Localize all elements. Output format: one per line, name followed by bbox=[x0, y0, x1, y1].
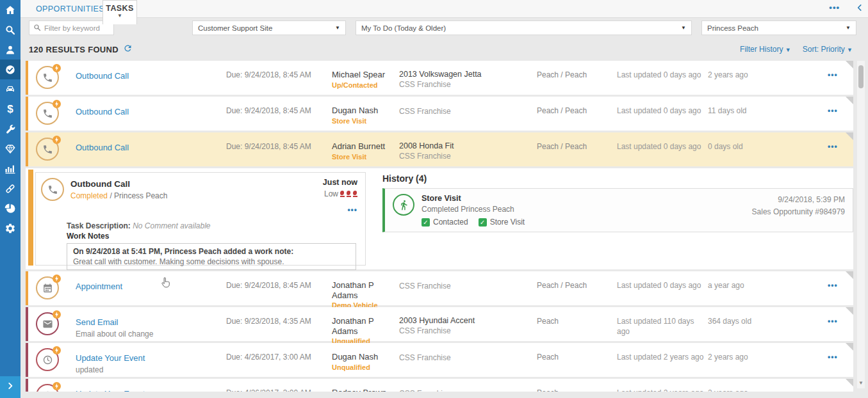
row-menu-button[interactable]: ••• bbox=[828, 142, 838, 151]
sort-button[interactable]: Sort: Priority ▼ bbox=[803, 45, 853, 54]
user-select[interactable]: Princess Peach▼ bbox=[701, 20, 856, 35]
row-menu-button[interactable]: ••• bbox=[828, 353, 838, 362]
inventory-icon[interactable] bbox=[0, 79, 20, 99]
task-title-link[interactable]: Update Your Event bbox=[76, 353, 145, 363]
contacts-icon[interactable] bbox=[0, 40, 20, 60]
scrollbar-thumb[interactable] bbox=[858, 65, 864, 88]
priority-badge bbox=[53, 64, 61, 72]
task-title-link[interactable]: Update Your Event bbox=[76, 389, 145, 392]
search-icon[interactable] bbox=[0, 20, 20, 40]
keyword-input[interactable] bbox=[44, 24, 110, 32]
task-title-link[interactable]: Outbound Call bbox=[76, 143, 129, 152]
reports-icon[interactable] bbox=[0, 159, 20, 179]
priority-badge bbox=[53, 136, 61, 144]
priority-badge bbox=[53, 346, 61, 354]
history-reference: Sales Opportunity #984979 bbox=[752, 206, 845, 218]
topbar: OPPORTUNITIES ••• bbox=[20, 0, 868, 18]
priority-indicator: Low bbox=[323, 189, 357, 198]
salesperson-pair: Peach / Peach bbox=[537, 97, 617, 115]
home-icon[interactable] bbox=[0, 0, 20, 20]
collapse-panel-button[interactable] bbox=[855, 3, 864, 15]
priority-badge bbox=[53, 310, 61, 319]
franchise-label: CSS Franchise bbox=[399, 107, 537, 116]
task-age: 364 days old bbox=[708, 307, 828, 326]
store-visit-checkbox[interactable]: ✓Store Visit bbox=[479, 218, 525, 227]
sidebar: $ bbox=[0, 0, 20, 398]
vertical-scrollbar[interactable]: ▼ bbox=[857, 61, 865, 388]
customer-name: Dugan Nash bbox=[332, 106, 399, 116]
row-menu-button[interactable]: ••• bbox=[828, 281, 838, 290]
row-menu-button[interactable]: ••• bbox=[828, 388, 838, 392]
last-updated: Last updated 0 days ago bbox=[617, 61, 708, 81]
refresh-icon[interactable] bbox=[123, 44, 133, 56]
task-type-icon bbox=[36, 138, 59, 161]
history-item: Store Visit Completed Princess Peach ✓Co… bbox=[382, 188, 853, 232]
chevron-down-icon: ▼ bbox=[335, 25, 340, 31]
salesperson-pair: Peach / Peach bbox=[537, 132, 617, 151]
expanded-task-panel: Outbound Call Completed / Princess Peach… bbox=[26, 168, 853, 269]
task-title-link[interactable]: Outbound Call bbox=[76, 107, 129, 116]
contacted-checkbox[interactable]: ✓Contacted bbox=[422, 218, 468, 227]
customer-name: Jonathan P Adams bbox=[332, 280, 399, 300]
settings-icon[interactable] bbox=[0, 218, 20, 238]
corner-fold bbox=[846, 97, 853, 104]
vehicle-name: 2008 Honda Fit bbox=[399, 141, 537, 150]
tab-tasks[interactable]: TASKS ▼ bbox=[102, 0, 137, 24]
task-subtitle: updated bbox=[76, 365, 226, 374]
task-row[interactable]: Update Your Event updated Due: 4/26/2017… bbox=[26, 343, 853, 377]
crm-app: $ OPPORTUNITIES ••• TASKS ▼ Customer Sup bbox=[0, 0, 868, 398]
work-notes-label: Work Notes bbox=[67, 232, 357, 241]
corner-fold bbox=[846, 343, 853, 351]
task-row[interactable]: Appointment Due: 9/24/2018, 8:45 AM Jona… bbox=[26, 271, 853, 305]
history-item-title: Store Visit bbox=[422, 194, 752, 203]
links-icon[interactable] bbox=[0, 179, 20, 198]
task-type-icon bbox=[36, 66, 59, 89]
franchise-label: CSS Franchise bbox=[399, 326, 537, 335]
site-select[interactable]: Customer Support Site▼ bbox=[192, 20, 346, 35]
check-icon: ✓ bbox=[422, 218, 430, 227]
customer-name: Dugan Nash bbox=[332, 352, 399, 362]
chevron-right-icon bbox=[6, 381, 15, 393]
task-detail-card: Outbound Call Completed / Princess Peach… bbox=[35, 172, 366, 266]
topbar-overflow-button[interactable]: ••• bbox=[829, 3, 840, 12]
customer-status: Up/Contacted bbox=[332, 81, 399, 89]
salesperson-pair: Peach / Peach bbox=[537, 271, 617, 290]
row-menu-button[interactable]: ••• bbox=[828, 70, 838, 79]
task-row[interactable]: Send Email Email about oil change Due: 9… bbox=[26, 307, 853, 341]
row-menu-button[interactable]: ••• bbox=[828, 106, 838, 115]
corner-fold bbox=[846, 132, 853, 140]
franchise-label: CSS Franchise bbox=[399, 389, 537, 392]
task-title-link[interactable]: Appointment bbox=[76, 282, 122, 291]
service-icon[interactable] bbox=[0, 119, 20, 139]
selected-task-accent-bar bbox=[28, 170, 33, 266]
filter-history-button[interactable]: Filter History ▼ bbox=[740, 45, 791, 54]
sidebar-expand-button[interactable] bbox=[0, 376, 20, 398]
task-row[interactable]: Outbound Call Due: 9/24/2018, 8:45 AM Ad… bbox=[26, 132, 853, 166]
tasks-icon[interactable] bbox=[0, 60, 20, 79]
last-updated: Last updated 0 days ago bbox=[617, 97, 708, 116]
detail-menu-button[interactable]: ••• bbox=[347, 205, 357, 214]
task-row[interactable]: Outbound Call Due: 9/24/2018, 8:45 AM Du… bbox=[26, 97, 853, 131]
franchise-label: CSS Franchise bbox=[399, 282, 537, 291]
task-due-date: Due: 9/24/2018, 8:45 AM bbox=[226, 61, 332, 79]
task-age: 11 days old bbox=[708, 97, 828, 115]
premium-icon[interactable] bbox=[0, 139, 20, 159]
last-updated: Last updated 2 years ago bbox=[617, 343, 708, 363]
chevron-down-icon: ▼ bbox=[846, 25, 851, 31]
analytics-icon[interactable] bbox=[0, 198, 20, 218]
todo-filter-select[interactable]: My To Do (Today & Older)▼ bbox=[356, 20, 692, 35]
row-menu-button[interactable]: ••• bbox=[828, 317, 838, 326]
task-title-link[interactable]: Send Email bbox=[76, 317, 118, 327]
deals-icon[interactable]: $ bbox=[0, 99, 20, 119]
task-title-link[interactable]: Outbound Call bbox=[76, 71, 129, 81]
detail-status: Completed / Princess Peach bbox=[70, 191, 323, 200]
franchise-label: CSS Franchise bbox=[399, 152, 537, 161]
task-row[interactable]: Outbound Call Due: 9/24/2018, 8:45 AM Mi… bbox=[26, 61, 853, 95]
tab-opportunities[interactable]: OPPORTUNITIES bbox=[29, 0, 111, 18]
customer-name: Rodney Brown bbox=[332, 388, 399, 392]
scrollbar-down-arrow[interactable]: ▼ bbox=[857, 380, 865, 386]
last-updated: Last updated 110 days ago bbox=[617, 307, 708, 337]
work-note-header: On 9/24/2018 at 5:41 PM, Princess Peach … bbox=[73, 247, 350, 256]
task-row[interactable]: Update Your Event Due: 4/26/2017, 3:00 A… bbox=[26, 379, 853, 392]
task-due-date: Due: 9/24/2018, 8:45 AM bbox=[226, 271, 332, 290]
